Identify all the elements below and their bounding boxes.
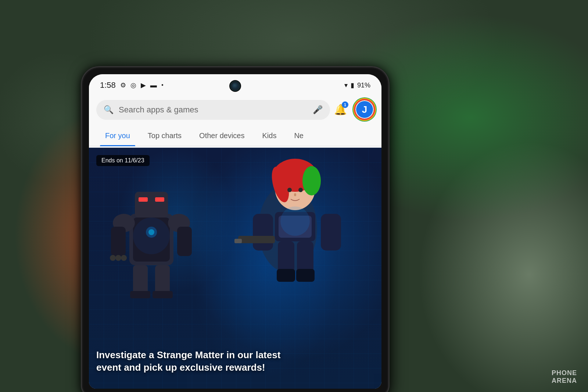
mic-icon[interactable]: 🎤 — [313, 105, 323, 115]
notification-badge: 1 — [342, 101, 348, 108]
banner-title-line2: event and pick up exclusive rewards! — [96, 362, 374, 374]
svg-point-32 — [121, 255, 127, 261]
mech-svg — [100, 170, 203, 309]
tab-other-devices[interactable]: Other devices — [190, 126, 253, 146]
dot-icon: • — [161, 82, 164, 89]
phone-body: 1:58 ⚙ ◎ ▶ ▬ • ▾ ▮ 91% 🔍 Search apps & g… — [81, 66, 390, 392]
status-right: ▾ ▮ 91% — [344, 81, 370, 89]
avatar[interactable]: J — [355, 100, 374, 119]
svg-point-30 — [110, 255, 116, 261]
status-left: 1:58 ⚙ ◎ ▶ ▬ • — [100, 80, 164, 90]
svg-rect-34 — [155, 265, 170, 295]
character-svg — [223, 155, 352, 320]
youtube-tv-icon: ▬ — [150, 82, 157, 89]
banner-text: Investigate a Strange Matter in our late… — [96, 349, 374, 374]
svg-rect-11 — [321, 214, 341, 251]
header-icons: 🔔 1 J — [331, 100, 374, 119]
svg-rect-33 — [133, 265, 148, 295]
svg-rect-28 — [111, 227, 126, 256]
search-icon: 🔍 — [104, 105, 114, 115]
svg-point-5 — [287, 188, 292, 192]
battery-percent: 91% — [357, 82, 370, 89]
battery-icon: ▮ — [351, 81, 354, 89]
svg-rect-16 — [277, 269, 295, 282]
svg-point-31 — [115, 255, 121, 261]
wifi-icon: ▾ — [344, 81, 348, 89]
svg-point-3 — [302, 166, 321, 195]
phone-device: 1:58 ⚙ ◎ ▶ ▬ • ▾ ▮ 91% 🔍 Search apps & g… — [81, 66, 390, 392]
tab-kids[interactable]: Kids — [253, 126, 285, 146]
watermark-line2: ARENA — [552, 377, 577, 385]
search-bar[interactable]: 🔍 Search apps & games 🎤 — [96, 100, 330, 120]
svg-rect-21 — [135, 192, 168, 217]
svg-rect-24 — [139, 197, 148, 202]
tab-news[interactable]: Ne — [285, 126, 312, 146]
svg-rect-17 — [296, 269, 315, 282]
front-camera — [230, 81, 240, 91]
svg-rect-29 — [177, 227, 192, 256]
svg-rect-36 — [153, 291, 173, 298]
svg-rect-12 — [238, 236, 275, 243]
banner-title-line1: Investigate a Strange Matter in our late… — [96, 349, 374, 362]
ends-badge: Ends on 11/6/23 — [96, 155, 150, 166]
character-image — [223, 155, 352, 320]
camera-lens — [232, 83, 238, 89]
mech-image — [100, 170, 203, 309]
phone-screen: 1:58 ⚙ ◎ ▶ ▬ • ▾ ▮ 91% 🔍 Search apps & g… — [89, 74, 381, 389]
avatar-letter: J — [362, 104, 367, 115]
game-banner[interactable]: Ends on 11/6/23 — [89, 148, 381, 389]
status-time: 1:58 — [100, 80, 116, 90]
svg-rect-13 — [234, 239, 242, 243]
svg-point-39 — [148, 229, 154, 235]
svg-rect-10 — [253, 214, 273, 251]
svg-point-7 — [294, 193, 296, 196]
tab-for-you[interactable]: For you — [96, 126, 139, 146]
settings-icon: ⚙ — [120, 81, 126, 89]
tab-top-charts[interactable]: Top charts — [139, 126, 190, 146]
search-input[interactable]: Search apps & games — [119, 105, 308, 115]
svg-point-18 — [280, 206, 310, 236]
youtube-icon: ▶ — [141, 81, 146, 89]
svg-rect-35 — [130, 291, 150, 298]
nav-tabs: For you Top charts Other devices Kids Ne — [89, 126, 381, 146]
svg-rect-25 — [155, 197, 164, 202]
check-circle-icon: ◎ — [130, 81, 136, 89]
notification-button[interactable]: 🔔 1 — [331, 101, 349, 118]
search-bar-container[interactable]: 🔍 Search apps & games 🎤 — [96, 100, 330, 120]
watermark: PHONE ARENA — [552, 369, 577, 385]
watermark-line1: PHONE — [552, 369, 577, 377]
svg-point-6 — [298, 188, 303, 192]
